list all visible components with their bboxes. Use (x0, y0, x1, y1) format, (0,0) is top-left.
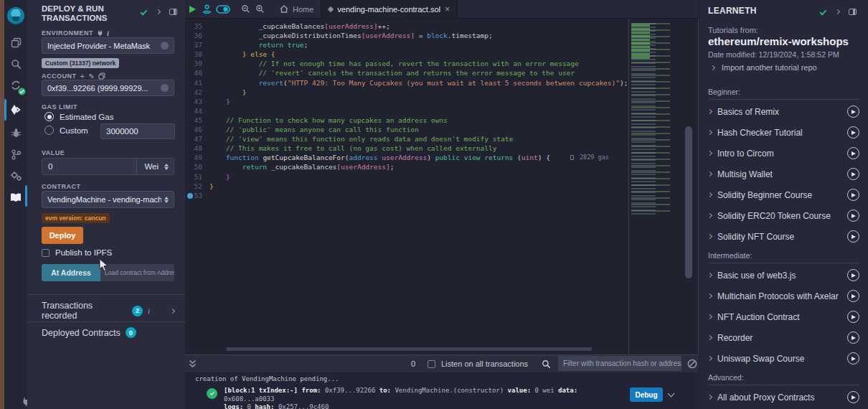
breakpoint-dot[interactable] (187, 193, 193, 199)
play-tutorial-button[interactable] (847, 352, 859, 365)
play-tutorial-button[interactable] (847, 189, 859, 201)
estimated-gas-radio[interactable] (44, 112, 54, 121)
code-line[interactable]: 50 return _cupcakeBalances[userAddress]; (185, 162, 628, 171)
code-line[interactable]: 49 function getCupcakeBalanceFor(address… (185, 153, 628, 162)
expand-tutorial-icon[interactable] (707, 213, 712, 218)
editor-minimap[interactable] (628, 19, 683, 354)
custom-gas-input[interactable]: 3000000 (100, 123, 175, 139)
expand-tutorial-icon[interactable] (707, 151, 712, 156)
code-line[interactable]: 40 // 'revert' cancels the transaction a… (185, 68, 628, 77)
tutorial-item[interactable]: NFT Auction Contract (708, 306, 859, 327)
plugin-collapse-icon[interactable] (835, 9, 840, 14)
code-line[interactable]: 36 _cupcakeDistributionTimes[userAddress… (185, 31, 628, 40)
zoom-out-icon[interactable] (238, 0, 253, 18)
at-address-button[interactable]: At Address (42, 264, 100, 281)
play-tutorial-button[interactable] (847, 230, 859, 243)
code-line[interactable]: 46 // 'public' means anyone can call thi… (185, 125, 628, 134)
expand-tutorial-icon[interactable] (707, 171, 712, 177)
panel-pin-icon[interactable] (169, 9, 177, 15)
expand-tutorial-icon[interactable] (707, 234, 712, 239)
environment-menu-icon[interactable] (161, 42, 169, 50)
expand-tutorial-icon[interactable] (707, 335, 712, 340)
expand-tutorial-icon[interactable] (707, 314, 712, 319)
deployed-contracts-row[interactable]: Deployed Contracts 0 (42, 327, 136, 338)
code-line[interactable]: 38 } else { (185, 50, 628, 59)
play-tutorial-button[interactable] (847, 391, 859, 403)
code-line[interactable]: 48 // This makes it free to call (no gas… (185, 144, 628, 153)
search-icon[interactable] (4, 55, 27, 73)
code-line[interactable]: 35 _cupcakeBalances[userAddress]++; (185, 22, 628, 31)
code-line[interactable]: 37 return true; (185, 40, 628, 50)
file-explorer-icon[interactable] (4, 33, 27, 52)
listen-all-checkbox[interactable] (428, 360, 435, 368)
play-tutorial-button[interactable] (847, 311, 859, 323)
play-tutorial-button[interactable] (847, 269, 859, 281)
theme-toggle-icon[interactable] (214, 0, 232, 18)
play-tutorial-button[interactable] (847, 210, 859, 222)
deploy-button[interactable]: Deploy (42, 227, 83, 244)
expand-log-icon[interactable] (668, 390, 675, 398)
transactions-recorded-row[interactable]: Transactions recorded 2 i (42, 301, 174, 321)
play-tutorial-button[interactable] (847, 332, 859, 344)
play-tutorial-button[interactable] (847, 168, 859, 180)
account-menu-icon[interactable] (161, 84, 169, 92)
expand-tutorial-icon[interactable] (707, 273, 712, 278)
custom-gas-radio[interactable] (44, 126, 54, 135)
expand-tutorial-icon[interactable] (707, 130, 712, 135)
code-line[interactable]: 47 // 'view' means this function only re… (185, 134, 628, 144)
code-line[interactable]: 45 // Function to check how many cupcake… (185, 116, 628, 125)
code-line[interactable]: 39 // If not enough time has passed, rev… (185, 59, 628, 68)
tutorial-item[interactable]: Multichain Protocols with Axelar (708, 286, 859, 306)
copy-account-icon[interactable] (98, 72, 105, 80)
debugger-icon[interactable] (4, 123, 27, 142)
play-tutorial-button[interactable] (847, 105, 859, 118)
code-line[interactable]: 44 (185, 106, 628, 116)
debug-button[interactable]: Debug (630, 387, 663, 402)
horizontal-scrollbar[interactable] (226, 347, 592, 351)
expand-transactions-icon[interactable] (170, 309, 175, 314)
transaction-log[interactable]: [block:1 txIndex:-] from: 0xf39...92266 … (224, 387, 626, 409)
code-line[interactable]: 52} (185, 182, 628, 191)
tutorial-item[interactable]: Solidity NFT Course (708, 226, 859, 247)
code-line[interactable]: 41 revert("HTTP 429: Too Many Cupcakes (… (185, 78, 628, 88)
remix-logo[interactable] (7, 7, 24, 24)
clear-console-icon[interactable] (687, 359, 697, 369)
expand-tutorial-icon[interactable] (707, 356, 712, 361)
code-line[interactable]: 42 } (185, 88, 628, 97)
tutorial-item[interactable]: All about Proxy Contracts (708, 387, 859, 408)
code-line[interactable]: 53 (185, 191, 628, 200)
play-tutorial-button[interactable] (847, 147, 859, 159)
solidity-compiler-icon[interactable] (4, 76, 27, 95)
expand-tutorial-icon[interactable] (707, 293, 712, 298)
value-input[interactable]: 0 (42, 162, 136, 171)
assistant-user-icon[interactable] (199, 0, 214, 18)
tutorial-item[interactable]: Intro to Circom (708, 143, 859, 164)
tab-file[interactable]: vending-machine-contract.sol × (321, 0, 458, 18)
unit-stepper-icon[interactable] (164, 164, 169, 170)
tutorial-item[interactable]: Basic use of web3.js (708, 265, 859, 286)
run-script-icon[interactable] (185, 0, 199, 18)
value-unit-select[interactable]: Wei (136, 159, 174, 174)
collapse-terminal-icon[interactable] (185, 359, 199, 368)
play-tutorial-button[interactable] (847, 126, 859, 138)
learneth-icon[interactable] (4, 188, 27, 207)
publish-ipfs-checkbox[interactable] (42, 249, 49, 257)
expand-tutorial-icon[interactable] (707, 192, 712, 197)
info-icon[interactable]: i (107, 29, 110, 37)
at-address-input[interactable]: Load contract from Addres (100, 264, 174, 281)
close-tab-icon[interactable]: × (445, 4, 450, 14)
filter-input[interactable]: Filter with transaction hash or address (558, 356, 681, 371)
edit-account-icon[interactable]: ✎ (88, 72, 95, 80)
expand-tutorial-icon[interactable] (707, 395, 712, 400)
play-tutorial-button[interactable] (847, 290, 859, 302)
zoom-in-icon[interactable] (253, 0, 267, 18)
deploy-run-icon[interactable] (4, 100, 27, 119)
tutorial-item[interactable]: Multisig Wallet (708, 164, 859, 184)
code-line[interactable]: 43 } (185, 97, 628, 106)
vertical-scrollbar[interactable] (685, 126, 692, 278)
panel-collapse-icon[interactable] (156, 9, 161, 14)
tutorial-item[interactable]: Recorder (708, 327, 859, 348)
contract-select[interactable]: VendingMachine - vending-machin (42, 191, 174, 208)
environment-select[interactable]: Injected Provider - MetaMask (42, 37, 174, 54)
tutorial-item[interactable]: Solidity ERC20 Token Course (708, 205, 859, 226)
